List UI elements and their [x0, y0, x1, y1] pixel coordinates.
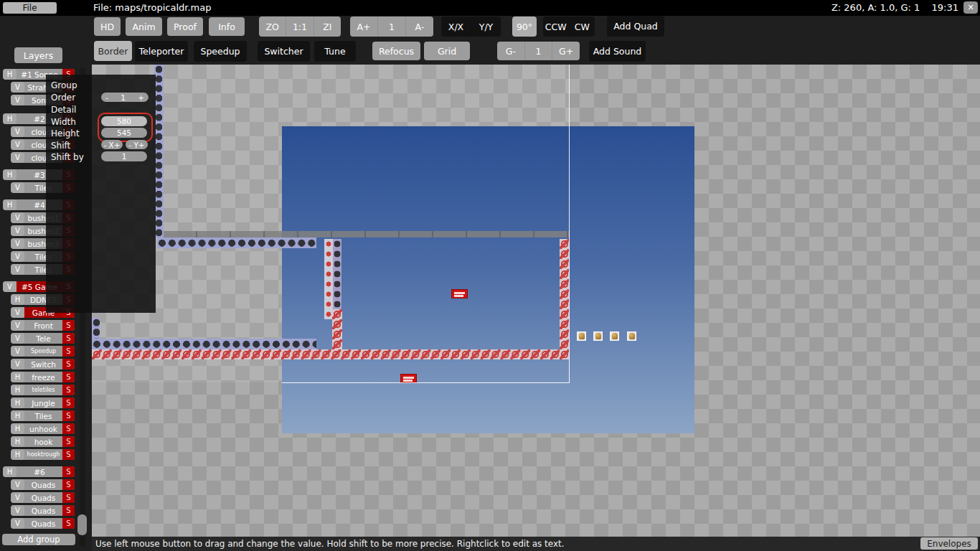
layer-row--6[interactable]: H#6S [3, 466, 75, 477]
map-canvas[interactable] [92, 65, 980, 537]
close-icon[interactable]: ✕ [963, 1, 978, 14]
order-stepper[interactable]: - 1 + [101, 93, 149, 102]
anim-speed-plus-button[interactable]: A+ [350, 17, 377, 37]
solo-badge[interactable]: S [62, 410, 75, 421]
hidden-toggle[interactable]: H [11, 449, 24, 460]
tune-button[interactable]: Tune [314, 41, 356, 62]
visible-toggle[interactable]: V [11, 126, 24, 137]
zoom-out-button[interactable]: ZO [259, 17, 286, 37]
rotate-ccw-button[interactable]: CCW [543, 17, 569, 37]
solo-badge[interactable]: S [62, 466, 75, 477]
order-plus[interactable]: + [138, 93, 144, 102]
border-button[interactable]: Border [94, 41, 132, 61]
hidden-toggle[interactable]: H [11, 410, 24, 421]
solo-badge[interactable]: S [62, 423, 75, 434]
solo-badge[interactable]: S [62, 505, 75, 516]
hidden-toggle[interactable]: H [3, 169, 17, 180]
zoom-in-button[interactable]: ZI [314, 17, 341, 37]
hidden-toggle[interactable]: H [11, 294, 24, 305]
hidden-toggle[interactable]: H [11, 385, 24, 395]
solo-badge[interactable]: S [62, 385, 75, 395]
switcher-button[interactable]: Switcher [258, 41, 310, 62]
solo-badge[interactable]: S [62, 372, 75, 382]
layer-row-quads[interactable]: VQuadsS [11, 479, 75, 490]
hidden-toggle[interactable]: H [3, 466, 17, 477]
visible-toggle[interactable]: V [11, 152, 24, 163]
grid-toggle-button[interactable]: Grid [424, 42, 470, 60]
grid-plus-button[interactable]: G+ [552, 42, 580, 60]
width-value-field[interactable]: 580 [101, 116, 147, 126]
add-quad-button[interactable]: Add Quad [607, 16, 664, 37]
add-sound-button[interactable]: Add Sound [589, 41, 646, 62]
visible-toggle[interactable]: V [11, 320, 24, 331]
hidden-toggle[interactable]: H [11, 423, 24, 434]
layer-row-hooktrough[interactable]: HhooktroughS [11, 449, 75, 460]
hd-toggle-button[interactable]: HD [94, 17, 121, 36]
height-value-field[interactable]: 545 [101, 128, 147, 138]
layer-row-quads[interactable]: VQuadsS [11, 518, 75, 529]
layer-row-quads[interactable]: VQuadsS [11, 492, 75, 503]
shiftby-value-field[interactable]: 1 [101, 151, 147, 161]
popup-detail-label[interactable]: Detail [51, 105, 76, 115]
hidden-toggle[interactable]: H [3, 199, 17, 210]
shift-x-stepper[interactable]: - X+ [101, 140, 123, 149]
layer-row-unhook[interactable]: HunhookS [11, 423, 75, 434]
visible-toggle[interactable]: V [11, 238, 24, 249]
hidden-toggle[interactable]: H [11, 397, 24, 408]
visible-toggle[interactable]: V [11, 264, 24, 275]
teleporter-button[interactable]: Teleporter [135, 41, 188, 62]
file-menu-button[interactable]: File [3, 2, 57, 14]
layer-row-teletiles[interactable]: HteletilesS [11, 385, 75, 395]
refocus-button[interactable]: Refocus [372, 42, 420, 60]
anim-speed-minus-button[interactable]: A- [405, 17, 433, 37]
layer-row-tele[interactable]: VTeleS [11, 333, 75, 344]
visible-toggle[interactable]: V [11, 139, 24, 150]
visible-toggle[interactable]: V [11, 251, 24, 262]
visible-toggle[interactable]: V [11, 333, 24, 344]
layer-row-speedup[interactable]: VSpeedupS [11, 346, 75, 357]
hidden-toggle[interactable]: H [11, 372, 24, 382]
info-toggle-button[interactable]: Info [209, 17, 245, 36]
popup-group-label[interactable]: Group [51, 80, 77, 90]
zoom-reset-button[interactable]: 1:1 [286, 17, 313, 37]
order-minus[interactable]: - [105, 93, 108, 102]
rotate-90-button[interactable]: 90° [512, 17, 537, 37]
flip-x-button[interactable]: X/X [441, 17, 471, 37]
envelopes-button[interactable]: Envelopes [920, 537, 978, 550]
visible-toggle[interactable]: V [11, 505, 24, 516]
layer-row-freeze[interactable]: HfreezeS [11, 372, 75, 382]
sidebar-scrollbar-thumb[interactable] [77, 514, 87, 535]
anim-toggle-button[interactable]: Anim [126, 17, 162, 36]
layer-row-tiles[interactable]: HTilesS [11, 410, 75, 421]
visible-toggle[interactable]: V [11, 307, 24, 318]
solo-badge[interactable]: S [62, 359, 75, 369]
shift-y-stepper[interactable]: - Y+ [126, 140, 148, 149]
layer-row-hook[interactable]: HhookS [11, 436, 75, 447]
order-value[interactable]: 1 [121, 93, 126, 102]
solo-badge[interactable]: S [62, 449, 75, 460]
flip-y-button[interactable]: Y/Y [471, 17, 501, 37]
visible-toggle[interactable]: V [11, 82, 24, 93]
visible-toggle[interactable]: V [11, 346, 24, 357]
speedup-button[interactable]: Speedup [194, 41, 247, 62]
visible-toggle[interactable]: V [11, 182, 24, 193]
hidden-toggle[interactable]: H [3, 69, 17, 80]
solo-badge[interactable]: S [62, 397, 75, 408]
anim-speed-value[interactable]: 1 [377, 17, 405, 37]
solo-badge[interactable]: S [62, 492, 75, 503]
solo-badge[interactable]: S [62, 436, 75, 447]
rotate-cw-button[interactable]: CW [569, 17, 595, 37]
grid-minus-button[interactable]: G- [497, 42, 524, 60]
layer-row-front[interactable]: VFrontS [11, 320, 75, 331]
visible-toggle[interactable]: V [11, 212, 24, 223]
solo-badge[interactable]: S [62, 333, 75, 344]
layer-row-jungle[interactable]: HJungleS [11, 397, 75, 408]
hidden-toggle[interactable]: H [3, 113, 17, 124]
visible-toggle[interactable]: V [11, 225, 24, 236]
grid-size-value[interactable]: 1 [524, 42, 552, 60]
visible-toggle[interactable]: V [11, 95, 24, 105]
visible-toggle[interactable]: V [3, 281, 17, 292]
solo-badge[interactable]: S [62, 346, 75, 357]
proof-toggle-button[interactable]: Proof [167, 17, 203, 36]
visible-toggle[interactable]: V [11, 479, 24, 490]
